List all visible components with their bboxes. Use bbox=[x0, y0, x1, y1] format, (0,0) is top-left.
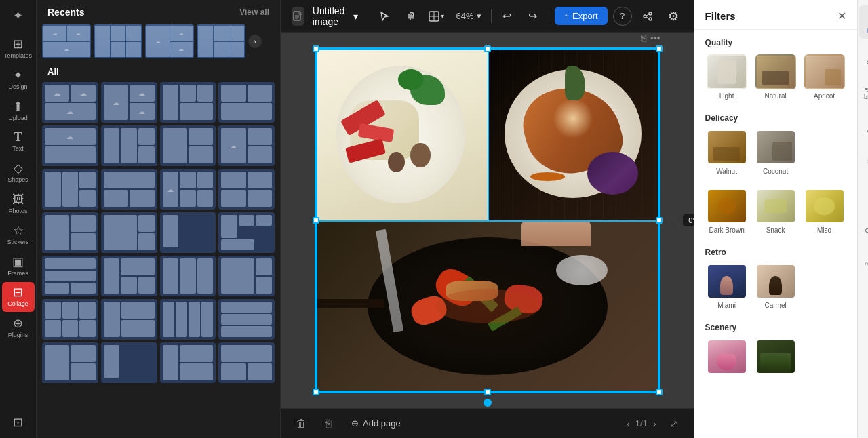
add-page-button[interactable]: ⊕ Add page bbox=[346, 416, 406, 431]
collage-template-18[interactable] bbox=[101, 256, 157, 296]
collage-template-25[interactable] bbox=[42, 342, 98, 383]
trash-button[interactable]: 🗑 bbox=[292, 414, 311, 433]
copy-button[interactable]: ⎘ bbox=[319, 414, 338, 433]
collage-template-1[interactable]: ☁ ☁ ☁ bbox=[42, 82, 98, 123]
right-item-style[interactable]: ⊞ Style bbox=[859, 178, 868, 208]
filter-darkbrown[interactable]: Dark Brown bbox=[705, 188, 749, 234]
filter-natural[interactable]: Natural bbox=[754, 54, 797, 100]
collage-template-14[interactable] bbox=[101, 212, 157, 253]
right-item-opacity[interactable]: ◎ Opacity bbox=[859, 209, 868, 239]
collage-template-19[interactable] bbox=[160, 256, 216, 296]
collage-template-8[interactable]: ☁ bbox=[218, 125, 275, 166]
handle-bl[interactable] bbox=[313, 389, 319, 395]
collage-template-21[interactable] bbox=[42, 299, 98, 340]
recents-next-button[interactable]: › bbox=[248, 35, 262, 48]
right-item-arrange[interactable]: Arrange bbox=[859, 240, 868, 272]
sidebar-item-templates[interactable]: ⊞ Templates bbox=[2, 34, 35, 64]
photo-bottom[interactable] bbox=[316, 220, 659, 392]
collage-template-5[interactable]: ☁ bbox=[42, 125, 98, 166]
canvas-area[interactable]: Page 1 ⎘ ••• bbox=[281, 33, 694, 408]
page-options-button[interactable]: ••• bbox=[650, 33, 660, 43]
handle-tr[interactable] bbox=[656, 45, 663, 52]
recent-item-4[interactable] bbox=[197, 24, 245, 58]
help-button[interactable]: ? bbox=[613, 7, 632, 26]
share-button[interactable] bbox=[637, 6, 658, 26]
collage-template-4[interactable] bbox=[218, 82, 275, 123]
collage-template-11[interactable]: ☁ bbox=[160, 169, 216, 210]
undo-button[interactable]: ↩ bbox=[497, 6, 517, 26]
view-all-button[interactable]: View all bbox=[239, 7, 269, 17]
filter-carmel[interactable]: Carmel bbox=[754, 264, 797, 309]
sidebar-item-photos[interactable]: 🖼 Photos bbox=[2, 189, 35, 219]
right-item-filters[interactable]: Filters bbox=[859, 5, 868, 39]
filter-scenery2[interactable] bbox=[754, 339, 797, 377]
filter-apricot[interactable]: Apricot bbox=[803, 54, 846, 100]
delicacy-section: Delicacy Walnut Coconut bbox=[694, 113, 857, 188]
sidebar-item-text[interactable]: T Text bbox=[2, 127, 35, 157]
collage-template-22[interactable] bbox=[101, 299, 157, 340]
filters-close-button[interactable]: ✕ bbox=[837, 9, 846, 22]
recent-item-2[interactable] bbox=[94, 24, 142, 58]
hand-tool-button[interactable] bbox=[400, 6, 420, 26]
collage-template-12[interactable] bbox=[218, 169, 275, 210]
collage-template-24[interactable] bbox=[218, 299, 275, 340]
select-tool-button[interactable] bbox=[374, 6, 395, 26]
handle-bc[interactable] bbox=[484, 389, 491, 395]
page-copy-button[interactable]: ⎘ bbox=[641, 33, 646, 43]
filter-walnut[interactable]: Walnut bbox=[705, 130, 749, 175]
collage-template-7[interactable] bbox=[160, 125, 216, 166]
collage-template-2[interactable]: ☁ ☁ ☁ bbox=[101, 82, 157, 123]
collage-template-13[interactable] bbox=[42, 212, 98, 253]
collage-template-15[interactable] bbox=[160, 212, 216, 253]
collage-template-3[interactable] bbox=[160, 82, 216, 123]
zoom-selector[interactable]: 64% ▾ bbox=[452, 9, 485, 22]
recent-item-3[interactable]: ☁ ☁ ☁ bbox=[145, 24, 194, 58]
sidebar-item-shapes[interactable]: ◇ Shapes bbox=[2, 158, 35, 188]
next-page-button[interactable]: › bbox=[653, 418, 656, 429]
sidebar-item-collage[interactable]: ⊟ Collage bbox=[2, 282, 35, 312]
redo-button[interactable]: ↪ bbox=[523, 6, 543, 26]
fullscreen-button[interactable]: ⤢ bbox=[665, 414, 684, 433]
sidebar-item-stickers[interactable]: ☆ Stickers bbox=[2, 220, 35, 250]
sidebar-item-frames[interactable]: ▣ Frames bbox=[2, 252, 35, 281]
prev-page-button[interactable]: ‹ bbox=[627, 418, 630, 429]
app-logo[interactable]: ✦ bbox=[2, 5, 35, 26]
document-title[interactable]: Untitled image ▾ bbox=[313, 5, 359, 27]
sidebar-item-design[interactable]: ✦ Design bbox=[2, 65, 35, 95]
settings-button[interactable]: ⚙ bbox=[663, 6, 684, 26]
recent-item-1[interactable]: ☁ ☁ ☁ bbox=[42, 24, 91, 58]
export-button[interactable]: ↑ Export bbox=[555, 7, 608, 25]
filter-miso[interactable]: Miso bbox=[803, 188, 846, 234]
collage-template-10[interactable] bbox=[101, 169, 157, 210]
sidebar-item-plugins[interactable]: ⊕ Plugins bbox=[2, 313, 35, 343]
collage-template-20[interactable] bbox=[218, 256, 275, 296]
collage-template-17[interactable] bbox=[42, 256, 98, 296]
collage-template-28[interactable] bbox=[218, 342, 275, 383]
bottom-tools-icon[interactable]: ⊡ bbox=[2, 412, 35, 433]
collage-template-9[interactable] bbox=[42, 169, 98, 210]
filter-snack[interactable]: Snack bbox=[754, 188, 797, 234]
right-item-smart-tools[interactable]: ⚡ Smart tools bbox=[859, 140, 868, 177]
handle-mr[interactable] bbox=[656, 217, 663, 224]
filter-scenery1[interactable] bbox=[705, 339, 749, 377]
handle-tc[interactable] bbox=[484, 45, 491, 52]
collage-template-16[interactable] bbox=[218, 212, 275, 253]
handle-ml[interactable] bbox=[313, 217, 319, 224]
sidebar-item-upload[interactable]: ⬆ Upload bbox=[2, 96, 35, 126]
collage-template-6[interactable] bbox=[101, 125, 157, 166]
collage-template-27[interactable] bbox=[160, 342, 216, 383]
photo-top-left[interactable] bbox=[316, 49, 488, 220]
filter-miami[interactable]: Miami bbox=[705, 264, 749, 309]
filter-light[interactable]: Light bbox=[705, 54, 749, 100]
layout-tool-button[interactable]: ▾ bbox=[426, 6, 446, 26]
photo-top-right[interactable] bbox=[488, 49, 659, 220]
right-item-effects[interactable]: ✦ Effects bbox=[859, 40, 868, 70]
handle-tl[interactable] bbox=[313, 45, 319, 52]
right-item-adjust[interactable]: Adjust bbox=[859, 106, 868, 138]
handle-br[interactable] bbox=[656, 389, 663, 395]
right-item-remove-bg[interactable]: ⌫ Remove backgr... bbox=[859, 71, 868, 106]
rotate-handle[interactable] bbox=[484, 399, 492, 407]
collage-template-23[interactable] bbox=[160, 299, 216, 340]
collage-template-26[interactable] bbox=[101, 342, 157, 383]
filter-coconut[interactable]: Coconut bbox=[754, 130, 797, 175]
